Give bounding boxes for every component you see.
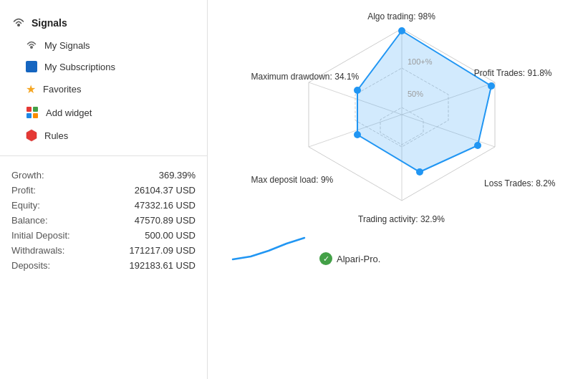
stats-value-growth: 369.39% [159,170,196,181]
stats-value-equity: 47332.16 USD [135,200,196,211]
svg-marker-13 [357,31,491,172]
sidebar-my-signals-label: My Signals [44,40,90,51]
sidebar: Signals My Signals My Subscriptions ★ Fa… [0,0,208,379]
stats-label-equity: Equity: [11,200,40,211]
sidebar-section-signals[interactable]: Signals [0,11,207,34]
widget-icon [26,106,39,119]
subscriptions-icon [26,61,37,72]
signals-icon [11,16,26,30]
svg-point-1 [30,46,33,49]
svg-point-17 [416,168,423,176]
sidebar-rules-label: Rules [44,130,68,141]
stats-row-growth: Growth: 369.39% [11,168,196,183]
radar-label-algo: Algo trading: 98% [367,11,435,23]
stats-row-equity: Equity: 47332.16 USD [11,198,196,213]
sidebar-signals-label: Signals [32,17,67,29]
stats-value-initial-deposit: 500.00 USD [145,230,196,241]
svg-point-16 [474,142,481,149]
star-icon: ★ [26,82,36,96]
radar-chart: 50% 100+% Algo trading: 98% Profit Trade… [251,14,552,229]
provider-badge: ✓ Alpari-Pro. [319,252,380,265]
svg-rect-3 [33,107,38,112]
stats-label-initial-deposit: Initial Deposit: [11,230,70,241]
svg-rect-5 [33,113,38,118]
my-signals-icon [26,39,37,51]
stats-label-balance: Balance: [11,215,48,226]
svg-point-0 [17,24,20,27]
sidebar-item-my-signals[interactable]: My Signals [0,34,207,56]
stats-value-balance: 47570.89 USD [135,215,196,226]
sidebar-item-add-widget[interactable]: Add widget [0,101,207,124]
radar-label-drawdown: Maximum drawdown: 34.1% [251,72,360,83]
bottom-section: ✓ Alpari-Pro. [229,229,380,265]
radar-label-trading: Trading activity: 32.9% [358,214,445,226]
radar-label-deposit-load: Max deposit load: 9% [251,175,334,186]
mini-line-chart [229,229,308,265]
radar-drawdown-text: Maximum drawdown: 34.1% [251,72,360,82]
svg-point-19 [354,87,361,94]
stats-row-profit: Profit: 26104.37 USD [11,183,196,198]
radar-profit-text: Profit Trades: 91.8% [474,68,552,78]
radar-label-profit: Profit Trades: 91.8% [474,68,552,80]
svg-point-14 [398,27,405,34]
svg-rect-2 [26,107,32,112]
svg-point-18 [354,131,361,138]
stats-divider [0,155,207,156]
radar-label-loss: Loss Trades: 8.2% [484,178,555,190]
svg-rect-4 [26,113,32,118]
svg-text:50%: 50% [408,90,423,98]
svg-marker-6 [26,130,37,141]
stats-label-withdrawals: Withdrawals: [11,245,64,256]
check-icon: ✓ [319,252,332,265]
stats-label-profit: Profit: [11,185,36,196]
rules-icon [26,129,37,142]
stats-table: Growth: 369.39% Profit: 26104.37 USD Equ… [0,165,207,284]
sidebar-item-rules[interactable]: Rules [0,124,207,147]
stats-row-withdrawals: Withdrawals: 171217.09 USD [11,243,196,258]
sidebar-item-favorites[interactable]: ★ Favorites [0,77,207,101]
stats-row-balance: Balance: 47570.89 USD [11,213,196,228]
stats-row-deposits: Deposits: 192183.61 USD [11,258,196,273]
stats-label-deposits: Deposits: [11,260,50,271]
stats-value-deposits: 192183.61 USD [129,260,196,271]
stats-value-withdrawals: 171217.09 USD [129,245,196,256]
sidebar-favorites-label: Favorites [43,84,81,95]
svg-text:100+%: 100+% [408,57,433,66]
svg-point-15 [488,82,495,90]
sidebar-add-widget-label: Add widget [46,107,92,118]
main-content: 50% 100+% Algo trading: 98% Profit Trade… [208,0,588,379]
sidebar-item-my-subscriptions[interactable]: My Subscriptions [0,56,207,77]
radar-deposit-text: Max deposit load: 9% [251,175,334,185]
stats-value-profit: 26104.37 USD [135,185,196,196]
stats-row-initial-deposit: Initial Deposit: 500.00 USD [11,228,196,243]
sidebar-my-subscriptions-label: My Subscriptions [44,62,115,72]
provider-name: Alpari-Pro. [337,254,380,264]
stats-label-growth: Growth: [11,170,44,181]
